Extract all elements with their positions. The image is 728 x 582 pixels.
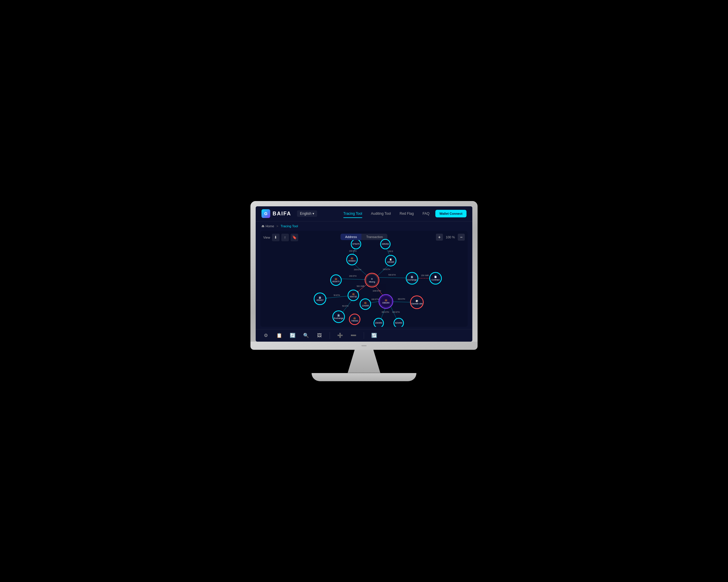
svg-text:⚙: ⚙ xyxy=(371,277,373,280)
svg-text:200 E: 200 E xyxy=(388,250,393,252)
toolbar-separator xyxy=(330,332,330,339)
svg-text:654732: 654732 xyxy=(350,295,357,298)
navbar: G BAIFA English ▾ Tracing Tool Auditing … xyxy=(256,206,472,221)
refresh-icon[interactable]: 🔄 xyxy=(288,331,297,340)
scene: G BAIFA English ▾ Tracing Tool Auditing … xyxy=(233,201,495,381)
svg-text:📄: 📄 xyxy=(434,276,437,278)
zoom-in-button[interactable]: + xyxy=(436,234,443,241)
svg-text:Exchange: Exchange xyxy=(407,278,417,281)
svg-text:653475: 653475 xyxy=(333,280,340,283)
svg-text:465352: 465352 xyxy=(382,242,389,245)
stand-base xyxy=(312,373,416,381)
toolbar-separator-2 xyxy=(364,332,364,339)
svg-text:💼: 💼 xyxy=(364,302,367,304)
logo-icon: G xyxy=(261,209,270,218)
zoom-controls: + 100 % − xyxy=(436,234,465,241)
address-tab[interactable]: Address xyxy=(340,234,361,240)
svg-text:💼: 💼 xyxy=(385,299,388,302)
transaction-tab[interactable]: Transaction xyxy=(362,234,388,240)
monitor-chin xyxy=(251,342,477,350)
svg-text:🏦: 🏦 xyxy=(318,296,321,299)
svg-line-20 xyxy=(325,296,349,298)
nav-tracing-tool[interactable]: Tracing Tool xyxy=(343,211,362,217)
share-button[interactable]: ↑ xyxy=(281,234,289,241)
screen: G BAIFA English ▾ Tracing Tool Auditing … xyxy=(256,206,472,342)
wallet-connect-button[interactable]: Wallet Connect xyxy=(435,210,467,217)
svg-text:234354: 234354 xyxy=(375,322,382,324)
svg-text:🏦: 🏦 xyxy=(411,276,414,278)
svg-text:623454: 623454 xyxy=(395,322,402,324)
svg-text:📋: 📋 xyxy=(389,258,392,260)
svg-text:1000 ETH: 1000 ETH xyxy=(373,290,381,292)
svg-text:200 ETH: 200 ETH xyxy=(354,268,361,270)
bookmark-button[interactable]: 🔖 xyxy=(291,234,298,241)
svg-text:746543: 746543 xyxy=(351,319,358,322)
svg-text:150 XMR: 150 XMR xyxy=(421,274,429,276)
svg-line-26 xyxy=(391,302,413,302)
breadcrumb: Home > Tracing Tool xyxy=(256,221,472,231)
graph-container[interactable]: View ⬇ ↑ 🔖 Address Transaction + 100 % − xyxy=(260,231,468,327)
download-button[interactable]: ⬇ xyxy=(272,234,280,241)
nav-links: Tracing Tool Auditing Tool Red Flag FAQ xyxy=(343,211,430,217)
list-icon[interactable]: 📋 xyxy=(275,331,284,340)
svg-text:600 ETH: 600 ETH xyxy=(392,311,400,313)
svg-text:🎲: 🎲 xyxy=(416,300,418,302)
zoom-value: 100 % xyxy=(444,235,457,239)
svg-text:600 ETH: 600 ETH xyxy=(382,311,389,313)
svg-text:435345: 435345 xyxy=(387,261,394,264)
svg-text:💼: 💼 xyxy=(335,277,338,280)
svg-text:124355: 124355 xyxy=(362,304,369,307)
svg-text:400 ETH: 400 ETH xyxy=(398,298,405,300)
lang-selector[interactable]: English ▾ xyxy=(297,211,317,217)
stand-neck xyxy=(341,350,387,373)
svg-text:200 ETH: 200 ETH xyxy=(349,250,357,252)
sync-icon[interactable]: 🔃 xyxy=(370,331,379,340)
graph-svg[interactable]: 200 ETH 200 E 200 ETH 100 ETH 200 ETH xyxy=(260,231,468,327)
zoom-out-button[interactable]: − xyxy=(458,234,465,241)
svg-text:Gamble site: Gamble site xyxy=(411,302,422,305)
svg-text:456437: 456437 xyxy=(316,299,323,302)
svg-text:654844: 654844 xyxy=(348,259,356,262)
svg-text:100 ETH: 100 ETH xyxy=(383,268,390,270)
logo-area: G BAIFA xyxy=(261,209,291,218)
view-label: View xyxy=(263,236,270,239)
nav-faq[interactable]: FAQ xyxy=(422,211,430,217)
svg-text:💼: 💼 xyxy=(350,257,354,259)
svg-line-12 xyxy=(378,277,408,278)
svg-text:Mixing: Mixing xyxy=(369,280,375,283)
svg-text:038264: 038264 xyxy=(382,302,389,304)
svg-text:675475: 675475 xyxy=(353,242,359,245)
addr-tx-toggle: Address Transaction xyxy=(340,234,387,240)
monitor-logo-dot xyxy=(361,345,367,346)
breadcrumb-current: Tracing Tool xyxy=(281,224,298,228)
bottom-toolbar: ⚙ 📋 🔄 🔍 🖼 ➕ ➖ 🔃 xyxy=(256,329,472,342)
svg-text:🏦: 🏦 xyxy=(337,314,340,316)
svg-text:500 ETH: 500 ETH xyxy=(388,274,396,276)
remove-icon[interactable]: ➖ xyxy=(349,331,358,340)
graph-toolbar: View ⬇ ↑ 🔖 xyxy=(263,234,298,241)
search-icon[interactable]: 🔍 xyxy=(302,331,310,340)
svg-text:Contract: Contract xyxy=(432,278,440,281)
svg-text:G: G xyxy=(264,211,268,216)
svg-line-10 xyxy=(341,279,366,280)
svg-text:50 ETH: 50 ETH xyxy=(342,305,348,307)
add-icon[interactable]: ➕ xyxy=(336,331,344,340)
svg-text:💼: 💼 xyxy=(353,316,356,319)
svg-text:50 ETH: 50 ETH xyxy=(334,294,340,296)
nav-auditing-tool[interactable]: Auditing Tool xyxy=(371,211,391,217)
svg-text:600 ETH: 600 ETH xyxy=(371,298,379,300)
svg-text:200 ETH: 200 ETH xyxy=(349,275,357,277)
image-icon[interactable]: 🖼 xyxy=(315,331,324,340)
monitor: G BAIFA English ▾ Tracing Tool Auditing … xyxy=(251,201,477,342)
lang-label: English xyxy=(300,212,311,216)
svg-text:500 XMR: 500 XMR xyxy=(357,285,365,287)
nav-red-flag[interactable]: Red Flag xyxy=(399,211,414,217)
breadcrumb-separator: > xyxy=(276,224,278,228)
chevron-down-icon: ▾ xyxy=(312,212,314,216)
logo-text: BAIFA xyxy=(272,211,291,217)
svg-text:💼: 💼 xyxy=(352,293,355,295)
filter-icon[interactable]: ⚙ xyxy=(261,331,270,340)
svg-text:Exchange: Exchange xyxy=(334,316,344,319)
breadcrumb-home[interactable]: Home xyxy=(261,224,274,228)
